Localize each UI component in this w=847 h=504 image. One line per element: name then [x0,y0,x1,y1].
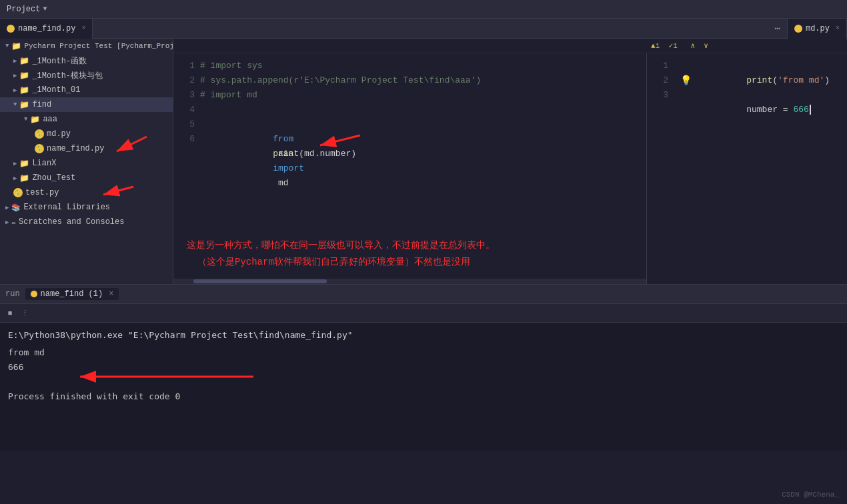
folder-icon-1: 📁 [19,56,29,66]
py-icon-name-find [7,25,15,33]
warning-bar: ▲1 ✓1 ∧ ∨ [173,39,847,53]
folder-icon-find: 📁 [19,100,29,110]
run-bar: run name_find (1) × [0,284,847,304]
project-chevron: ▼ [43,5,47,13]
terminal-cmd-text: E:\Python38\python.exe "E:\Pycharm Proje… [8,330,353,340]
lightbulb-icon: 💡 [680,73,692,88]
sidebar-item-name-find-py[interactable]: 🐍 name_find.py [0,141,173,156]
terminal-content: E:\Python38\python.exe "E:\Pycharm Proje… [0,323,847,409]
editor-menu-btn[interactable]: ⋯ [768,23,787,34]
py-file-icon-md: 🐍 [35,129,44,139]
right-code-area: 1 2 3 print('from md') 💡 [647,53,847,108]
left-code-lines: # import sys # sys.path.append(r'E:\Pych… [200,59,646,147]
sidebar-item-scratches[interactable]: ▶ ✏️ Scratches and Consoles [0,215,173,229]
code-line-3: # import md [200,88,641,103]
sidebar-item-1month-01[interactable]: ▶ 📁 _1Month_01 [0,83,173,97]
tab-md-label: md.py [806,24,830,33]
sidebar-label-ext-libs: External Libraries [23,203,110,212]
sidebar-root[interactable]: ▼ 📁 Pycharm Project Test [Pycharm_Proj..… [0,39,173,53]
sidebar-item-test-py[interactable]: 🐍 test.py [0,185,173,200]
sidebar-item-external-libs[interactable]: ▶ 📚 External Libraries [0,200,173,215]
sidebar-label-1month-modules: _1Month-模块与包 [32,70,103,81]
folder-icon-3: 📁 [19,85,29,95]
sidebar-item-1month-functions[interactable]: ▶ 📁 _1Month-函数 [0,53,173,68]
folder-icon-lianx: 📁 [19,159,29,169]
sidebar-item-1month-modules[interactable]: ▶ 📁 _1Month-模块与包 [0,68,173,83]
py-file-icon-test: 🐍 [13,188,23,197]
sidebar-label-1month-functions: _1Month-函数 [32,55,87,67]
tab-md[interactable]: md.py × [787,19,847,39]
sidebar-label-name-find-py: name_find.py [47,144,104,153]
sidebar-label-lianx: LianX [32,159,56,168]
main-area: ▼ 📁 Pycharm Project Test [Pycharm_Proj..… [0,39,847,284]
sidebar-label-find: find [32,100,51,109]
terminal-number-666: 666 [8,362,23,372]
run-label: run [5,289,20,299]
sidebar-item-find[interactable]: ▼ 📁 find [0,97,173,112]
right-code-lines: print('from md') 💡 number = 666 [674,59,847,103]
left-scrollbar[interactable] [173,279,646,284]
right-line-numbers: 1 2 3 [647,59,674,103]
root-folder-icon: 📁 [11,41,21,51]
warning-text: ▲1 ✓1 ∧ ∨ [651,41,708,50]
root-chevron: ▼ [5,43,9,49]
sidebar-item-aaa[interactable]: ▼ 📁 aaa [0,112,173,127]
sidebar-label-1month-01: _1Month_01 [32,85,80,95]
terminal-process-text: Process finished with exit code 0 [8,391,180,401]
left-code-area: 1 2 3 4 5 6 # import sys # sys.path.appe… [173,53,646,152]
editor-tab-bar: name_find.py × ⋯ md.py × [0,19,847,39]
editor-container: ▲1 ✓1 ∧ ∨ 1 2 3 4 5 6 # import sys [173,39,847,284]
run-tab[interactable]: name_find (1) × [25,288,119,300]
sidebar-item-lianx[interactable]: ▶ 📁 LianX [0,156,173,171]
right-code-line-2: 💡 [674,73,842,88]
terminal-output-666: 666 [8,360,839,375]
run-tab-close[interactable]: × [109,289,113,299]
sidebar-label-aaa: aaa [43,115,57,124]
project-header: Project ▼ [0,0,847,19]
tab-name-find-close[interactable]: × [81,25,85,32]
terminal-blank-line [8,375,839,389]
terminal-output-from: from md [8,345,839,360]
sidebar-item-zhou-test[interactable]: ▶ 📁 Zhou_Test [0,171,173,185]
tab-name-find-label: name_find.py [18,24,75,33]
terminal-stop-btn[interactable]: ■ [5,309,15,318]
terminal-menu-btn[interactable]: ⋮ [20,309,29,318]
run-tab-icon [31,291,37,297]
terminal-area: ■ ⋮ E:\Python38\python.exe "E:\Pycharm P… [0,304,847,451]
py-file-icon-name-find: 🐍 [35,144,44,153]
terminal-from-md: from md [8,347,45,357]
annotation-line2: （这个是Pycharm软件帮我们自己弄好的环境变量）不然也是没用 [197,254,640,271]
code-line-5: from aaa import md [200,117,641,132]
run-tab-label: name_find (1) [41,289,103,299]
annotation-overlay: 这是另一种方式，哪怕不在同一层级也可以导入，不过前提是在总列表中。 （这个是Py… [187,237,640,271]
code-line-4 [200,103,641,117]
folder-icon-zhou: 📁 [19,173,29,183]
tab-md-close[interactable]: × [836,25,840,32]
editor-left[interactable]: 1 2 3 4 5 6 # import sys # sys.path.appe… [173,53,647,284]
scratches-icon: ✏️ [11,218,16,227]
sidebar-label-test-py: test.py [25,188,59,197]
sidebar-label-scratches: Scratches and Consoles [19,217,124,227]
ext-lib-icon: 📚 [11,203,21,212]
root-label: Pycharm Project Test [Pycharm_Proj... [24,42,173,50]
sidebar-label-md-py: md.py [47,129,71,139]
sidebar: ▼ 📁 Pycharm Project Test [Pycharm_Proj..… [0,39,173,284]
annotation-line1: 这是另一种方式，哪怕不在同一层级也可以导入，不过前提是在总列表中。 [187,237,640,254]
terminal-process-line: Process finished with exit code 0 [8,389,839,404]
code-split: 1 2 3 4 5 6 # import sys # sys.path.appe… [173,53,847,284]
left-scroll-thumb [193,279,327,283]
watermark: CSDN @MChena_ [782,491,839,499]
py-icon-md [794,25,802,33]
code-line-2: # sys.path.append(r'E:\Pycharm Project T… [200,73,641,88]
sidebar-label-zhou-test: Zhou_Test [32,173,75,183]
folder-icon-2: 📁 [19,71,29,81]
left-line-numbers: 1 2 3 4 5 6 [173,59,200,147]
terminal-cmd-line: E:\Python38\python.exe "E:\Pycharm Proje… [8,328,839,343]
editor-right[interactable]: 1 2 3 print('from md') 💡 [647,53,847,284]
terminal-toolbar: ■ ⋮ [0,304,847,323]
sidebar-item-md-py[interactable]: 🐍 md.py [0,127,173,141]
right-code-line-1: print('from md') [674,59,842,73]
code-line-1: # import sys [200,59,641,73]
project-label: Project [7,5,40,14]
tab-name-find[interactable]: name_find.py × [0,19,93,39]
